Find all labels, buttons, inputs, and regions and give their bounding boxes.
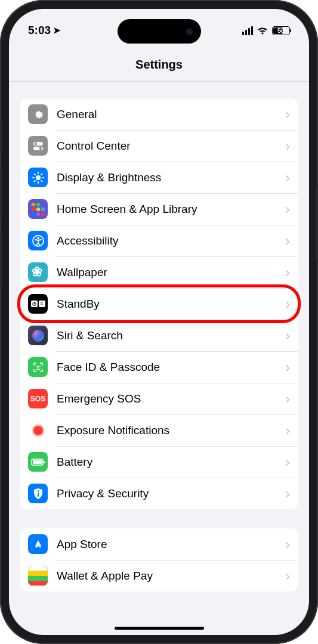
settings-row-home-screen[interactable]: Home Screen & App Library› [20, 193, 298, 225]
wifi-icon [257, 26, 268, 35]
row-label: Control Center [57, 140, 285, 153]
svg-rect-19 [44, 461, 45, 463]
row-label: Battery [57, 456, 285, 469]
chevron-right-icon: › [285, 297, 290, 311]
chevron-right-icon: › [285, 202, 290, 216]
chevron-right-icon: › [285, 107, 290, 122]
exposure-icon [28, 420, 48, 440]
dynamic-island[interactable] [118, 19, 201, 44]
siri-search-icon [28, 326, 48, 345]
row-label: Face ID & Passcode [57, 361, 285, 374]
navigation-bar: Settings [9, 45, 309, 82]
battery-icon: 58 [272, 26, 290, 35]
svg-point-1 [34, 142, 36, 144]
cellular-icon [242, 26, 254, 35]
row-label: Privacy & Security [57, 487, 285, 500]
privacy-icon [28, 484, 48, 503]
chevron-right-icon: › [285, 392, 290, 406]
row-label: Emergency SOS [57, 392, 285, 405]
settings-row-general[interactable]: General› [20, 98, 298, 130]
settings-row-siri-search[interactable]: Siri & Search› [20, 320, 298, 351]
face-id-icon [28, 357, 48, 377]
row-label: General [57, 108, 285, 121]
settings-row-privacy[interactable]: Privacy & Security› [20, 478, 298, 509]
chevron-right-icon: › [285, 569, 290, 583]
general-icon [28, 104, 48, 124]
svg-line-11 [34, 181, 35, 181]
chevron-right-icon: › [285, 537, 290, 552]
wallpaper-icon [28, 262, 48, 282]
chevron-right-icon: › [285, 423, 290, 438]
svg-line-10 [41, 181, 42, 181]
settings-row-app-store[interactable]: App Store› [20, 528, 298, 560]
settings-content[interactable]: General›Control Center›Display & Brightn… [9, 82, 309, 592]
svg-point-16 [39, 366, 41, 367]
chevron-right-icon: › [285, 455, 290, 469]
battery-percent: 58 [277, 27, 285, 34]
svg-point-15 [36, 366, 37, 367]
row-label: Exposure Notifications [57, 424, 285, 437]
chevron-right-icon: › [285, 360, 290, 374]
row-label: Siri & Search [57, 329, 285, 342]
chevron-right-icon: › [285, 171, 290, 185]
settings-row-face-id[interactable]: Face ID & Passcode› [20, 351, 298, 383]
status-time: 5:03 [28, 24, 51, 37]
svg-point-4 [36, 175, 41, 180]
display-brightness-icon [28, 168, 48, 187]
standby-icon: ◷≡ [28, 294, 48, 314]
row-label: StandBy [57, 298, 285, 311]
row-label: Wallet & Apple Pay [57, 569, 285, 583]
mute-switch [0, 119, 2, 155]
row-label: Display & Brightness [57, 171, 285, 184]
svg-point-3 [39, 147, 41, 149]
row-label: Accessibility [57, 234, 285, 247]
emergency-sos-icon: SOS [28, 389, 48, 408]
svg-line-9 [34, 174, 35, 174]
chevron-right-icon: › [285, 234, 290, 248]
iphone-frame: 5:03 ➤ 58 Settings General›Control Cente… [0, 0, 318, 644]
settings-row-control-center[interactable]: Control Center› [20, 130, 298, 162]
chevron-right-icon: › [285, 329, 290, 343]
volume-down-button [0, 233, 2, 286]
chevron-right-icon: › [285, 139, 290, 153]
home-screen-icon [28, 199, 48, 219]
settings-row-accessibility[interactable]: Accessibility› [20, 225, 298, 256]
location-icon: ➤ [53, 25, 61, 36]
row-label: App Store [57, 538, 285, 551]
row-label: Home Screen & App Library [57, 203, 285, 216]
control-center-icon [28, 136, 48, 156]
settings-row-wallpaper[interactable]: Wallpaper› [20, 256, 298, 288]
app-store-icon [28, 534, 48, 554]
settings-row-wallet[interactable]: Wallet & Apple Pay› [20, 560, 298, 592]
chevron-right-icon: › [285, 265, 290, 280]
settings-row-exposure[interactable]: Exposure Notifications› [20, 414, 298, 446]
settings-row-emergency-sos[interactable]: SOSEmergency SOS› [20, 383, 298, 414]
settings-row-display-brightness[interactable]: Display & Brightness› [20, 162, 298, 193]
battery-icon [28, 452, 48, 472]
settings-section: General›Control Center›Display & Brightn… [20, 98, 298, 509]
chevron-right-icon: › [285, 487, 290, 501]
svg-rect-18 [33, 460, 42, 464]
settings-row-standby[interactable]: ◷≡StandBy› [20, 288, 298, 320]
wallet-icon [28, 566, 48, 586]
svg-line-12 [41, 174, 42, 174]
home-indicator[interactable] [115, 627, 204, 630]
row-label: Wallpaper [57, 266, 285, 279]
svg-point-14 [37, 237, 39, 239]
page-title: Settings [9, 58, 309, 72]
settings-row-battery[interactable]: Battery› [20, 446, 298, 478]
accessibility-icon [28, 231, 48, 250]
settings-section: App Store›Wallet & Apple Pay› [20, 528, 298, 592]
volume-up-button [0, 167, 2, 221]
screen: 5:03 ➤ 58 Settings General›Control Cente… [9, 9, 309, 635]
